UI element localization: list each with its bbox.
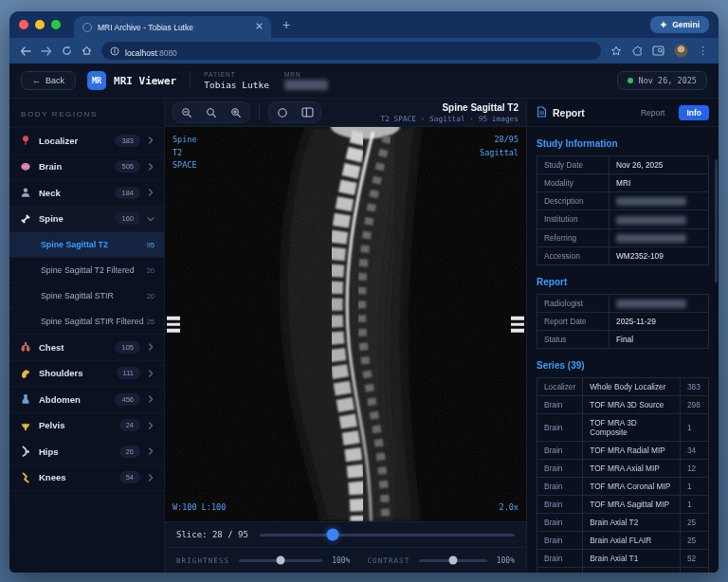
extensions-icon[interactable] [631, 45, 643, 57]
layout-split-icon[interactable] [296, 104, 318, 120]
series-row[interactable]: BrainBrain DWI26 [537, 568, 709, 573]
study-info-table: Study DateNov 26, 2025ModalityMRIDescrip… [537, 155, 709, 265]
sidebar-item-neck[interactable]: Neck184 [9, 180, 164, 207]
series-row[interactable]: BrainTOF MRA Sagittal MIP1 [537, 496, 709, 514]
home-icon[interactable] [82, 45, 92, 56]
info-value: 2025-11-29 [610, 313, 709, 331]
series-name: TOF MRA Coronal MIP [583, 478, 681, 496]
sidebar-subitem-spine-sagittal-stir-filtered[interactable]: Spine Sagittal STIR Filtered25 [9, 309, 164, 335]
series-region: Localizer [537, 378, 583, 396]
region-count-badge: 383 [115, 135, 140, 147]
info-row: AccessionWM2352-109 [537, 246, 709, 264]
mri-canvas[interactable]: Spine T2 SPACE 28/95 Sagittal W:100 L:10… [165, 127, 526, 521]
series-count: 20 [147, 266, 155, 275]
contrast-slider[interactable] [419, 559, 486, 562]
profile-avatar[interactable] [674, 44, 688, 58]
gemini-button[interactable]: Gemini [650, 16, 709, 33]
sidebar-item-knees[interactable]: Knees54 [9, 465, 164, 492]
sidebar-item-pelvis[interactable]: Pelvis24 [9, 413, 164, 440]
zoom-out-icon[interactable] [175, 104, 198, 120]
brightness-slider-thumb[interactable] [277, 556, 285, 565]
mri-sagittal-spine-image [165, 127, 526, 521]
info-label: Report Date [537, 313, 610, 331]
series-count: 20 [147, 292, 155, 300]
region-label: Shoulders [39, 368, 117, 378]
collapse-sidebar-handle[interactable] [167, 317, 180, 333]
chevron-right-icon [147, 395, 155, 403]
chevron-right-icon [147, 136, 155, 144]
sidebar-item-spine[interactable]: Spine160 [9, 207, 164, 233]
pelvis-icon [19, 420, 31, 431]
leg-icon [19, 472, 31, 483]
site-info-icon[interactable] [110, 43, 119, 60]
maximize-window-button[interactable] [51, 20, 61, 29]
series-row[interactable]: BrainTOF MRA Axial MIP12 [537, 460, 709, 478]
series-table: LocalizerWhole Body Localizer383BrainTOF… [537, 377, 709, 573]
study-date-badge[interactable]: Nov 26, 2025 [617, 71, 707, 90]
collapse-panel-handle[interactable] [511, 317, 524, 333]
sidebar-item-localizer[interactable]: Localizer383 [9, 128, 164, 155]
series-row[interactable]: BrainTOF MRA Radial MIP34 [537, 442, 709, 460]
zoom-in-icon[interactable] [225, 104, 247, 120]
slice-slider[interactable] [260, 534, 515, 537]
sidebar-item-abdomen[interactable]: Abdomen456 [9, 387, 164, 413]
sidebar-subitem-spine-sagittal-t2-filtered[interactable]: Spine Sagittal T2 Filtered20 [9, 258, 164, 283]
mrn-value-redacted [284, 80, 328, 90]
side-panel-icon[interactable] [652, 45, 664, 56]
contrast-slider-thumb[interactable] [449, 556, 458, 565]
tab-close-icon[interactable] [256, 23, 263, 31]
series-count: 383 [681, 378, 709, 396]
tab-info[interactable]: Info [679, 105, 709, 120]
tab-report[interactable]: Report [641, 108, 665, 118]
bookmark-star-icon[interactable] [610, 45, 622, 57]
pin-icon [19, 135, 31, 146]
redacted-value [616, 300, 686, 308]
sidebar-subitem-spine-sagittal-t2[interactable]: Spine Sagittal T295 [9, 232, 164, 258]
menu-kebab-icon[interactable]: ⋮ [698, 45, 708, 57]
new-tab-button[interactable]: + [282, 18, 290, 31]
series-row[interactable]: BrainTOF MRA Coronal MIP1 [537, 478, 709, 496]
back-icon[interactable] [20, 46, 31, 56]
chevron-right-icon [147, 422, 155, 429]
address-bar[interactable]: localhost:8080 [101, 42, 601, 60]
series-heading: Series (39) [537, 360, 709, 371]
tab-favicon-icon [82, 23, 92, 32]
region-count-badge: 26 [119, 446, 140, 458]
sidebar-item-hips[interactable]: Hips26 [9, 439, 164, 465]
sidebar-item-brain[interactable]: Brain505 [9, 155, 164, 181]
back-label: Back [46, 76, 64, 85]
series-region: Brain [537, 396, 583, 414]
sidebar-subitem-spine-sagittal-stir[interactable]: Spine Sagittal STIR20 [9, 283, 164, 309]
zoom-reset-icon[interactable] [200, 104, 223, 120]
series-count: 1 [681, 414, 709, 442]
series-row[interactable]: BrainTOF MRA 3D Source298 [537, 396, 709, 414]
gemini-star-icon [660, 21, 667, 28]
tab-title: MRI Archive - Tobias Lutke [98, 23, 250, 32]
series-row[interactable]: BrainBrain Axial FLAIR25 [537, 532, 709, 550]
series-row[interactable]: LocalizerWhole Body Localizer383 [537, 378, 709, 396]
region-count-badge: 105 [115, 341, 140, 354]
info-row: Radiologist [537, 294, 709, 312]
slice-slider-thumb[interactable] [327, 529, 339, 541]
forward-icon[interactable] [41, 46, 52, 56]
chevron-right-icon [147, 343, 155, 351]
ellipse-tool-icon[interactable] [271, 104, 294, 120]
reload-icon[interactable] [62, 45, 72, 56]
brightness-slider[interactable] [239, 559, 322, 562]
back-button[interactable]: ← Back [21, 71, 76, 90]
series-row[interactable]: BrainBrain Axial T225 [537, 514, 709, 532]
panel-scrollbar[interactable] [715, 159, 718, 282]
series-count: 1 [681, 496, 709, 514]
info-value: MRI [610, 174, 709, 192]
minimize-window-button[interactable] [35, 20, 45, 29]
region-label: Brain [39, 161, 115, 172]
region-label: Knees [39, 472, 119, 482]
series-row[interactable]: BrainBrain Axial T152 [537, 550, 709, 568]
browser-tab[interactable]: MRI Archive - Tobias Lutke [74, 16, 271, 38]
close-window-button[interactable] [19, 20, 28, 29]
sidebar-item-chest[interactable]: Chest105 [9, 335, 164, 361]
sidebar-item-shoulders[interactable]: Shoulders111 [9, 361, 164, 388]
series-name: Brain Axial T1 [583, 550, 681, 568]
series-region: Brain [537, 460, 583, 478]
series-row[interactable]: BrainTOF MRA 3D Composite1 [537, 414, 709, 442]
